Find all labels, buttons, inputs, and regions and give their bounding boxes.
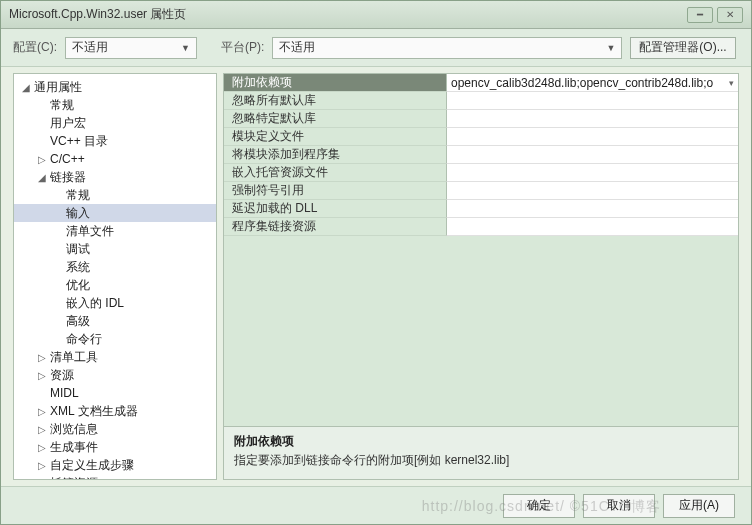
property-name: 忽略特定默认库 <box>224 110 446 128</box>
platform-select[interactable]: 不适用 ▼ <box>272 37 622 59</box>
tree-item[interactable]: 清单文件 <box>14 222 216 240</box>
minimize-button[interactable]: ━ <box>687 7 713 23</box>
property-name: 将模块添加到程序集 <box>224 146 446 164</box>
config-manager-button[interactable]: 配置管理器(O)... <box>630 37 735 59</box>
tree-toggle-icon[interactable]: ▷ <box>36 460 48 471</box>
tree-toggle-icon[interactable]: ▷ <box>36 352 48 363</box>
grid-row[interactable]: 程序集链接资源 <box>224 218 738 236</box>
nav-tree[interactable]: ◢通用属性常规用户宏VC++ 目录▷C/C++◢链接器常规输入清单文件调试系统优… <box>13 73 217 480</box>
apply-button[interactable]: 应用(A) <box>663 494 735 518</box>
dialog-footer: 确定 取消 应用(A) <box>1 486 751 524</box>
platform-label: 平台(P): <box>221 39 264 56</box>
tree-toggle-icon[interactable]: ◢ <box>20 82 32 93</box>
property-value[interactable] <box>446 182 738 200</box>
tree-item-label: 调试 <box>64 241 90 258</box>
config-label: 配置(C): <box>13 39 57 56</box>
tree-item-label: 高级 <box>64 313 90 330</box>
tree-toggle-icon[interactable]: ▷ <box>36 370 48 381</box>
window-title: Microsoft.Cpp.Win32.user 属性页 <box>9 6 186 23</box>
chevron-down-icon: ▼ <box>606 43 615 53</box>
tree-item[interactable]: ▷C/C++ <box>14 150 216 168</box>
property-name: 嵌入托管资源文件 <box>224 164 446 182</box>
tree-item[interactable]: 输入 <box>14 204 216 222</box>
tree-item-label: 链接器 <box>48 169 86 186</box>
ok-button[interactable]: 确定 <box>503 494 575 518</box>
tree-item-label: 自定义生成步骤 <box>48 457 134 474</box>
tree-item-label: 常规 <box>64 187 90 204</box>
tree-item[interactable]: 命令行 <box>14 330 216 348</box>
property-value[interactable] <box>446 218 738 236</box>
tree-item[interactable]: 调试 <box>14 240 216 258</box>
tree-item[interactable]: 常规 <box>14 186 216 204</box>
tree-item[interactable]: 系统 <box>14 258 216 276</box>
grid-row[interactable]: 附加依赖项opencv_calib3d248d.lib;opencv_contr… <box>224 74 738 92</box>
grid-row[interactable]: 延迟加载的 DLL <box>224 200 738 218</box>
grid-row[interactable]: 忽略所有默认库 <box>224 92 738 110</box>
tree-item[interactable]: ▷XML 文档生成器 <box>14 402 216 420</box>
property-value[interactable] <box>446 110 738 128</box>
tree-toggle-icon[interactable]: ▷ <box>36 406 48 417</box>
main-area: ◢通用属性常规用户宏VC++ 目录▷C/C++◢链接器常规输入清单文件调试系统优… <box>1 67 751 486</box>
property-name: 模块定义文件 <box>224 128 446 146</box>
tree-item[interactable]: VC++ 目录 <box>14 132 216 150</box>
tree-item[interactable]: 用户宏 <box>14 114 216 132</box>
tree-toggle-icon[interactable]: ▷ <box>36 154 48 165</box>
tree-item[interactable]: ◢通用属性 <box>14 78 216 96</box>
tree-item[interactable]: ▷自定义生成步骤 <box>14 456 216 474</box>
titlebar[interactable]: Microsoft.Cpp.Win32.user 属性页 ━ ✕ <box>1 1 751 29</box>
tree-item-label: 输入 <box>64 205 90 222</box>
tree-item[interactable]: ▷生成事件 <box>14 438 216 456</box>
property-name: 忽略所有默认库 <box>224 92 446 110</box>
tree-item-label: C/C++ <box>48 152 85 166</box>
tree-toggle-icon[interactable]: ▷ <box>36 478 48 481</box>
tree-toggle-icon[interactable]: ◢ <box>36 172 48 183</box>
property-value[interactable] <box>446 200 738 218</box>
grid-row[interactable]: 忽略特定默认库 <box>224 110 738 128</box>
property-name: 延迟加载的 DLL <box>224 200 446 218</box>
tree-item[interactable]: ▷托管资源 <box>14 474 216 480</box>
tree-item[interactable]: ◢链接器 <box>14 168 216 186</box>
tree-item-label: 托管资源 <box>48 475 98 481</box>
platform-value: 不适用 <box>279 39 315 56</box>
tree-item-label: MIDL <box>48 386 79 400</box>
tree-item[interactable]: ▷资源 <box>14 366 216 384</box>
tree-item-label: 清单工具 <box>48 349 98 366</box>
description-title: 附加依赖项 <box>234 433 728 450</box>
property-value[interactable] <box>446 128 738 146</box>
tree-toggle-icon[interactable]: ▷ <box>36 424 48 435</box>
tree-item-label: 资源 <box>48 367 74 384</box>
property-name: 程序集链接资源 <box>224 218 446 236</box>
property-grid[interactable]: 附加依赖项opencv_calib3d248d.lib;opencv_contr… <box>223 73 739 427</box>
toolbar: 配置(C): 不适用 ▼ 平台(P): 不适用 ▼ 配置管理器(O)... <box>1 29 751 67</box>
grid-row[interactable]: 模块定义文件 <box>224 128 738 146</box>
tree-item[interactable]: 常规 <box>14 96 216 114</box>
tree-toggle-icon[interactable]: ▷ <box>36 442 48 453</box>
tree-item-label: 清单文件 <box>64 223 114 240</box>
window-controls: ━ ✕ <box>687 7 743 23</box>
grid-row[interactable]: 将模块添加到程序集 <box>224 146 738 164</box>
property-value[interactable] <box>446 92 738 110</box>
property-value[interactable] <box>446 164 738 182</box>
cancel-button[interactable]: 取消 <box>583 494 655 518</box>
tree-item-label: 通用属性 <box>32 79 82 96</box>
tree-item-label: VC++ 目录 <box>48 133 108 150</box>
tree-item[interactable]: ▷清单工具 <box>14 348 216 366</box>
config-value: 不适用 <box>72 39 108 56</box>
chevron-down-icon[interactable]: ▾ <box>725 78 734 88</box>
tree-item-label: XML 文档生成器 <box>48 403 138 420</box>
grid-row[interactable]: 嵌入托管资源文件 <box>224 164 738 182</box>
tree-item[interactable]: 高级 <box>14 312 216 330</box>
property-value[interactable]: opencv_calib3d248d.lib;opencv_contrib248… <box>446 74 738 92</box>
close-button[interactable]: ✕ <box>717 7 743 23</box>
tree-item[interactable]: 优化 <box>14 276 216 294</box>
tree-item[interactable]: ▷浏览信息 <box>14 420 216 438</box>
tree-item[interactable]: MIDL <box>14 384 216 402</box>
tree-item[interactable]: 嵌入的 IDL <box>14 294 216 312</box>
content-pane: 附加依赖项opencv_calib3d248d.lib;opencv_contr… <box>223 73 739 480</box>
tree-item-label: 嵌入的 IDL <box>64 295 124 312</box>
grid-row[interactable]: 强制符号引用 <box>224 182 738 200</box>
property-value[interactable] <box>446 146 738 164</box>
description-panel: 附加依赖项 指定要添加到链接命令行的附加项[例如 kernel32.lib] <box>223 427 739 480</box>
config-select[interactable]: 不适用 ▼ <box>65 37 197 59</box>
tree-item-label: 系统 <box>64 259 90 276</box>
